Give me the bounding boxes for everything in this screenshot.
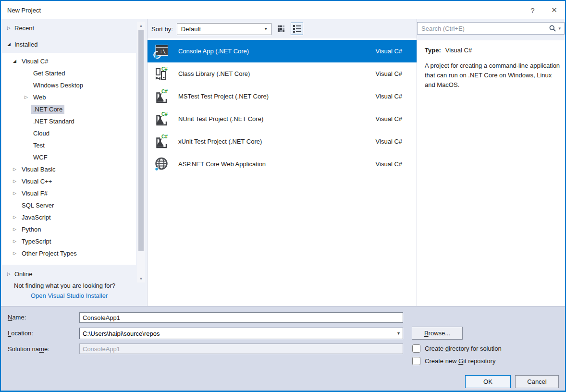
- search-input[interactable]: [421, 25, 549, 32]
- scroll-up-icon[interactable]: ▲: [137, 22, 145, 29]
- expander-collapsed-icon[interactable]: ▷: [12, 227, 18, 232]
- template-name: MSTest Test Project (.NET Core): [178, 93, 376, 100]
- scrollbar-thumb[interactable]: [138, 30, 144, 251]
- template-language: Visual C#: [376, 160, 402, 168]
- tree-item-label-selected: .NET Core: [31, 105, 64, 114]
- search-icon[interactable]: [549, 24, 556, 32]
- tree-item-label: Other Project Types: [20, 249, 79, 258]
- tree-item-label: Visual C#: [20, 57, 50, 66]
- svg-text::\: :\: [160, 49, 166, 55]
- tree-item-label: JavaScript: [20, 213, 53, 222]
- tree-item-cloud[interactable]: Cloud: [2, 127, 136, 139]
- tree-item-visual-csharp[interactable]: ◢ Visual C#: [2, 55, 136, 67]
- expander-expanded-icon[interactable]: ◢: [6, 42, 12, 47]
- expander-expanded-icon[interactable]: ◢: [12, 59, 18, 63]
- dialog-title: New Project: [7, 7, 41, 14]
- sidebar-item-label: Recent: [14, 24, 34, 32]
- tree-item-net-standard[interactable]: .NET Standard: [2, 115, 136, 127]
- footer-panel: Name: Location: ▾ Browse... Solution nam…: [1, 306, 565, 391]
- tree-item-sql-server[interactable]: SQL Server: [2, 199, 136, 211]
- tree-item-typescript[interactable]: ▷ TypeScript: [2, 235, 136, 247]
- template-language: Visual C#: [376, 48, 402, 55]
- details-panel: ▾ Type: Visual C# A project for creating…: [417, 19, 565, 306]
- solution-name-input[interactable]: [79, 343, 403, 354]
- template-item-xunit[interactable]: C# xUnit Test Project (.NET Core) Visual…: [148, 130, 417, 153]
- template-item-class-library[interactable]: C# Class Library (.NET Core) Visual C#: [148, 62, 417, 85]
- template-language: Visual C#: [376, 70, 402, 77]
- help-button[interactable]: ?: [522, 1, 543, 19]
- template-item-console-app[interactable]: :\ Console App (.NET Core) Visual C#: [148, 40, 417, 62]
- expander-collapsed-icon[interactable]: ▷: [12, 239, 18, 244]
- template-name: NUnit Test Project (.NET Core): [178, 115, 376, 122]
- tree-item-label: Visual Basic: [20, 165, 58, 174]
- sidebar-item-label: Online: [14, 270, 33, 278]
- tree-item-label: Get Started: [31, 69, 67, 78]
- template-item-mstest[interactable]: C# MSTest Test Project (.NET Core) Visua…: [148, 85, 417, 108]
- expander-collapsed-icon[interactable]: ▷: [12, 167, 18, 172]
- browse-button[interactable]: Browse...: [412, 327, 463, 340]
- template-item-aspnet-core[interactable]: ASP.NET Core Web Application Visual C#: [148, 153, 417, 175]
- open-installer-link[interactable]: Open Visual Studio Installer: [31, 292, 108, 299]
- scroll-down-icon[interactable]: ▼: [137, 275, 145, 282]
- svg-text:C#: C#: [161, 89, 168, 94]
- expander-collapsed-icon[interactable]: ▷: [12, 179, 18, 184]
- expander-collapsed-icon[interactable]: ▷: [6, 272, 12, 276]
- test-project-icon: C#: [153, 88, 170, 105]
- name-label: Name:: [8, 314, 26, 321]
- tree-item-wcf[interactable]: WCF: [2, 151, 136, 163]
- type-label: Type:: [425, 47, 441, 54]
- tree-item-label: .NET Standard: [31, 117, 76, 126]
- web-application-icon: [153, 156, 170, 172]
- tree-item-label: Visual C++: [20, 177, 54, 186]
- location-input[interactable]: [79, 328, 403, 339]
- search-box[interactable]: ▾: [417, 22, 565, 35]
- sidebar-item-label: Installed: [14, 41, 37, 48]
- template-name: ASP.NET Core Web Application: [178, 160, 376, 168]
- expander-collapsed-icon[interactable]: ▷: [12, 215, 18, 220]
- list-view-button[interactable]: [291, 23, 303, 35]
- expander-collapsed-icon[interactable]: ▷: [23, 95, 29, 99]
- tree-item-net-core[interactable]: .NET Core: [2, 103, 136, 115]
- sidebar-item-online[interactable]: ▷ Online: [1, 268, 147, 280]
- tree-item-javascript[interactable]: ▷ JavaScript: [2, 211, 136, 223]
- close-button[interactable]: ✕: [543, 1, 565, 19]
- tree-item-windows-desktop[interactable]: Windows Desktop: [2, 79, 136, 91]
- sidebar-item-recent[interactable]: ▷ Recent: [1, 22, 147, 34]
- tree-item-web[interactable]: ▷ Web: [2, 91, 136, 103]
- template-language: Visual C#: [376, 93, 402, 100]
- name-input[interactable]: [79, 312, 403, 323]
- template-list: :\ Console App (.NET Core) Visual C# C#: [148, 38, 417, 306]
- search-options-chevron-icon[interactable]: ▾: [558, 26, 561, 31]
- type-value: Visual C#: [445, 47, 472, 54]
- tree-scrollbar[interactable]: ▲ ▼: [137, 22, 145, 282]
- sidebar-item-installed[interactable]: ◢ Installed: [1, 38, 147, 50]
- tree-item-label: WCF: [31, 153, 49, 162]
- tree-item-python[interactable]: ▷ Python: [2, 223, 136, 235]
- tree-item-label: Python: [20, 225, 43, 234]
- tree-item-label: TypeScript: [20, 237, 53, 246]
- tree-item-label: Windows Desktop: [31, 81, 85, 90]
- tree-item-test[interactable]: Test: [2, 139, 136, 151]
- cancel-button[interactable]: Cancel: [515, 375, 559, 388]
- location-combobox[interactable]: ▾: [79, 328, 403, 339]
- console-app-icon: :\: [153, 43, 170, 60]
- test-project-icon: C#: [153, 134, 170, 150]
- expander-collapsed-icon[interactable]: ▷: [12, 251, 18, 256]
- tree-item-get-started[interactable]: Get Started: [2, 67, 136, 79]
- expander-collapsed-icon[interactable]: ▷: [12, 191, 18, 196]
- small-icons-view-button[interactable]: [275, 23, 287, 35]
- create-directory-checkbox[interactable]: [412, 344, 420, 353]
- create-git-repo-checkbox[interactable]: [412, 357, 420, 365]
- sort-by-label: Sort by:: [151, 25, 173, 33]
- location-dropdown-icon[interactable]: ▾: [397, 331, 400, 336]
- sort-by-value: Default: [181, 25, 265, 33]
- template-item-nunit[interactable]: C# NUnit Test Project (.NET Core) Visual…: [148, 108, 417, 130]
- expander-collapsed-icon[interactable]: ▷: [6, 26, 12, 30]
- template-list-panel: Sort by: Default ▾: [148, 19, 417, 306]
- sort-by-dropdown[interactable]: Default ▾: [177, 23, 271, 35]
- tree-item-visual-cpp[interactable]: ▷ Visual C++: [2, 175, 136, 187]
- tree-item-visual-fsharp[interactable]: ▷ Visual F#: [2, 187, 136, 199]
- ok-button[interactable]: OK: [465, 375, 511, 388]
- tree-item-other-project-types[interactable]: ▷ Other Project Types: [2, 247, 136, 259]
- tree-item-visual-basic[interactable]: ▷ Visual Basic: [2, 163, 136, 175]
